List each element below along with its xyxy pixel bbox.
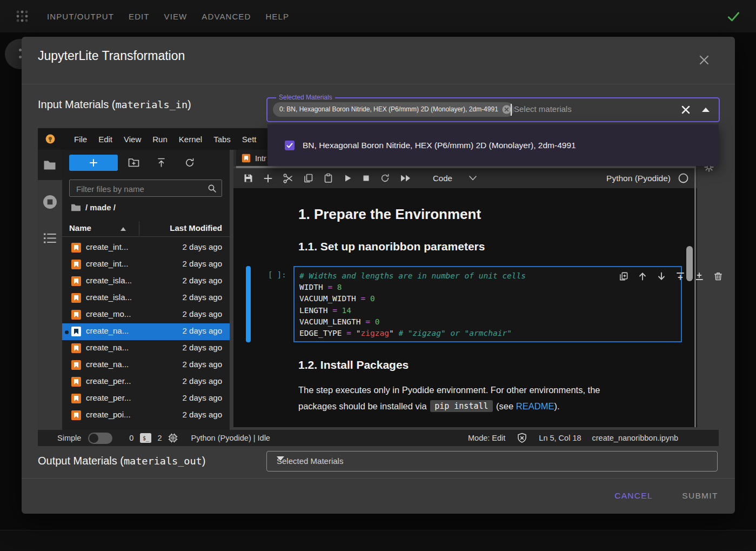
readme-link[interactable]: README (516, 401, 554, 411)
terminal-count[interactable]: 0 (129, 434, 133, 442)
notebook-file-icon (71, 259, 82, 270)
jl-menu-tabs[interactable]: Tabs (213, 135, 231, 144)
notebook-paragraph-line1: The step executes only in Pyodide enviro… (298, 385, 600, 395)
material-option[interactable]: BN, Hexagonal Boron Nitride, HEX (P6/mmm… (267, 133, 719, 158)
upload-icon[interactable] (156, 157, 166, 168)
cancel-button[interactable]: CANCEL (608, 491, 659, 501)
cell-collapse-bar[interactable] (246, 266, 251, 342)
kernel-count[interactable]: 2 (157, 434, 162, 442)
file-row[interactable]: create_int...2 days ago (62, 240, 230, 256)
file-modified: 2 days ago (183, 259, 222, 268)
file-modified: 2 days ago (183, 276, 222, 285)
kernel-status-icon[interactable] (678, 173, 688, 183)
app-bar: INPUT/OUTPUT EDIT VIEW ADVANCED HELP (0, 0, 756, 32)
file-row[interactable]: create_na...2 days ago (62, 340, 230, 357)
breadcrumb[interactable]: / made / (71, 203, 116, 212)
cell-type-dropdown[interactable]: Code (433, 174, 477, 183)
clear-icon[interactable] (680, 104, 691, 115)
notebook-file-icon (71, 376, 82, 387)
close-icon[interactable] (698, 54, 711, 67)
file-name: create_per... (86, 393, 131, 402)
menu-advanced[interactable]: ADVANCED (202, 12, 251, 21)
file-name: create_int... (86, 259, 128, 268)
kernel-status-text[interactable]: Python (Pyodide) | Idle (191, 434, 270, 442)
material-chip-label: 0: BN, Hexagonal Boron Nitride, HEX (P6/… (279, 105, 498, 113)
material-option-label: BN, Hexagonal Boron Nitride, HEX (P6/mmm… (303, 141, 576, 150)
jl-menu-run[interactable]: Run (152, 135, 168, 144)
output-materials-select[interactable]: Selected Materials (266, 451, 718, 472)
refresh-icon[interactable] (184, 157, 195, 168)
file-row[interactable]: create_na...2 days ago (62, 323, 230, 340)
new-launcher-button[interactable] (69, 155, 118, 171)
chip-delete-icon[interactable] (502, 105, 511, 114)
file-row[interactable]: create_na...2 days ago (62, 357, 230, 374)
run-all-icon[interactable] (400, 174, 411, 182)
cursor-position[interactable]: Ln 5, Col 18 (539, 434, 581, 442)
copy-icon[interactable] (303, 173, 313, 183)
check-icon[interactable] (726, 9, 741, 24)
selected-materials-input[interactable]: Selected Materials 0: BN, Hexagonal Boro… (266, 97, 720, 122)
materials-dropdown-list: BN, Hexagonal Boron Nitride, HEX (P6/mmm… (267, 124, 719, 166)
column-last-modified[interactable]: Last Modified (170, 223, 222, 233)
insert-cell-above-icon[interactable] (675, 271, 685, 281)
file-name: create_na... (86, 360, 129, 369)
move-cell-up-icon[interactable] (638, 271, 647, 281)
file-row[interactable]: create_per...2 days ago (62, 390, 230, 407)
restart-kernel-icon[interactable] (380, 173, 390, 183)
notebook-file-icon (71, 393, 82, 404)
simple-mode-toggle[interactable] (88, 433, 112, 444)
submit-button[interactable]: SUBMIT (674, 491, 726, 501)
file-name: create_isla... (86, 293, 132, 302)
notebook-panel-border (694, 168, 696, 427)
jl-menu-view[interactable]: View (124, 135, 141, 144)
trust-shield-icon[interactable] (516, 432, 528, 444)
insert-cell-icon[interactable] (263, 174, 273, 183)
move-cell-down-icon[interactable] (657, 271, 666, 281)
code-cell[interactable]: # Widths and lengths are in number of un… (293, 266, 682, 342)
mode-indicator[interactable]: Mode: Edit (468, 434, 505, 442)
save-icon[interactable] (243, 173, 253, 183)
file-row[interactable]: create_mo...2 days ago (62, 307, 230, 323)
file-row[interactable]: create_per...2 days ago (62, 374, 230, 390)
code-lines[interactable]: # Widths and lengths are in number of un… (299, 270, 526, 339)
file-modified: 2 days ago (183, 376, 222, 386)
jl-menu-edit[interactable]: Edit (98, 135, 112, 144)
menu-help[interactable]: HELP (265, 12, 289, 21)
stop-icon[interactable] (362, 174, 370, 182)
current-filename: create_nanoribbon.ipynb (592, 434, 679, 442)
material-chip[interactable]: 0: BN, Hexagonal Boron Nitride, HEX (P6/… (273, 102, 514, 117)
column-name[interactable]: Name (69, 223, 91, 233)
paste-icon[interactable] (323, 173, 333, 183)
file-row[interactable]: create_isla...2 days ago (62, 273, 230, 290)
notebook-scrollbar-thumb[interactable] (686, 246, 693, 281)
delete-cell-icon[interactable] (713, 271, 723, 281)
cut-icon[interactable] (283, 173, 293, 184)
jl-menu-kernel[interactable]: Kernel (179, 135, 202, 144)
input-placeholder: Select materials (514, 104, 572, 114)
kernel-name[interactable]: Python (Pyodide) (606, 174, 671, 183)
activity-tab-toc[interactable] (43, 232, 57, 244)
jl-menu-settings[interactable]: Sett (242, 135, 257, 144)
paragraph-text: (see (496, 401, 513, 411)
file-row[interactable]: create_poi...2 days ago (62, 407, 230, 424)
menu-view[interactable]: VIEW (164, 12, 188, 21)
app-logo-dots-icon[interactable] (14, 8, 30, 24)
file-row[interactable]: create_int...2 days ago (62, 256, 230, 273)
paragraph-text: packages should be installed via (298, 401, 427, 411)
filter-files-box (69, 180, 222, 197)
menu-edit[interactable]: EDIT (129, 12, 150, 21)
file-browser-panel: / made / Name Last Modified create_int..… (62, 150, 230, 430)
checkbox-checked-icon[interactable] (285, 141, 295, 150)
activity-tab-files[interactable] (38, 150, 62, 180)
jl-menu-file[interactable]: File (74, 135, 87, 144)
activity-tab-running[interactable] (43, 195, 57, 209)
jupyter-activity-bar (38, 150, 62, 430)
notebook-heading-1-1: 1.1. Set up nanoribbon parameters (298, 240, 485, 253)
menu-input-output[interactable]: INPUT/OUTPUT (47, 12, 114, 21)
filter-files-input[interactable] (75, 182, 202, 196)
run-icon[interactable] (343, 174, 352, 183)
collapse-caret-icon[interactable] (702, 108, 710, 112)
file-row[interactable]: create_isla...2 days ago (62, 290, 230, 307)
duplicate-cell-icon[interactable] (619, 271, 628, 281)
new-folder-icon[interactable] (128, 157, 139, 168)
